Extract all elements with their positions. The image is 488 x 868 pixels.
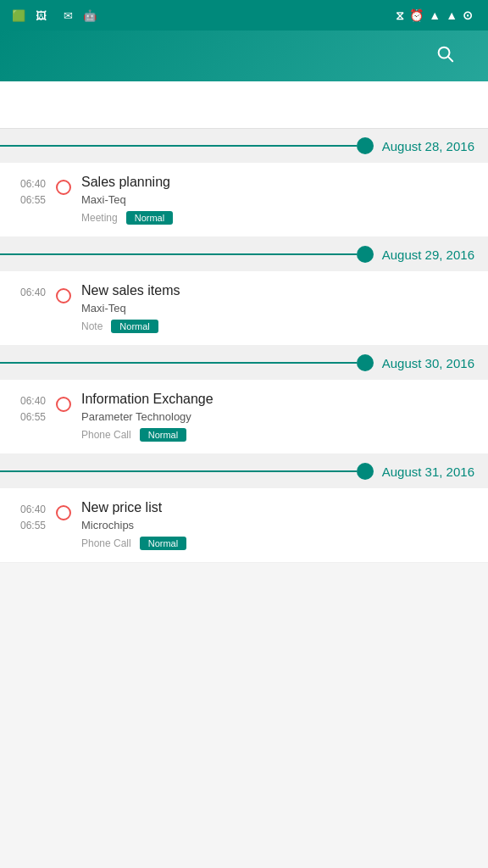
activity-meta: Phone Call Normal — [81, 537, 474, 550]
activity-type: Note — [81, 320, 103, 332]
activity-title: Sales planning — [81, 175, 474, 190]
section-header-aug30: August 30, 2016 — [0, 346, 488, 380]
time-start: 06:40 — [20, 393, 46, 409]
time-end: 06:55 — [20, 192, 46, 209]
section-date: August 29, 2016 — [382, 248, 474, 262]
activity-meta: Note Normal — [81, 320, 474, 333]
svg-line-1 — [448, 57, 452, 61]
app-icon-1: 🟩 — [10, 7, 27, 24]
activity-company: Maxi-Teq — [81, 302, 474, 314]
priority-badge: Normal — [140, 537, 186, 550]
activity-indicator — [56, 178, 71, 225]
timeline-line — [0, 362, 357, 364]
activity-type: Phone Call — [81, 537, 131, 549]
status-circle — [56, 288, 71, 303]
activity-meta: Meeting Normal — [81, 211, 474, 225]
section-date: August 28, 2016 — [382, 139, 474, 153]
section-header-aug28: August 28, 2016 — [0, 129, 488, 163]
activity-item[interactable]: 06:40 06:55 Information Exchange Paramet… — [0, 380, 488, 454]
activity-company: Microchips — [81, 519, 474, 531]
priority-badge: Normal — [140, 428, 186, 442]
activity-time: 06:40 — [14, 283, 46, 333]
app-icon-4: 🤖 — [81, 7, 98, 24]
activity-title: Information Exchange — [81, 392, 474, 407]
battery-icon: ⊙ — [463, 8, 473, 22]
activity-item[interactable]: 06:40 New sales items Maxi-Teq Note Norm… — [0, 271, 488, 346]
timeline-line — [0, 253, 357, 255]
activity-content: Sales planning Maxi-Teq Meeting Normal — [81, 175, 474, 225]
timeline-dot — [357, 463, 374, 480]
activity-content: New price list Microchips Phone Call Nor… — [81, 500, 474, 550]
app-bar — [0, 31, 488, 81]
activity-time: 06:40 06:55 — [14, 392, 46, 442]
timeline-line — [0, 145, 357, 147]
activity-time: 06:40 06:55 — [14, 175, 46, 225]
time-start: 06:40 — [20, 502, 46, 518]
activity-indicator — [56, 287, 71, 333]
activity-indicator — [56, 504, 71, 550]
app-icon-2: 🖼 — [32, 7, 49, 24]
status-bar: 🟩 🖼 ✉ 🤖 ⧖ ⏰ ▲ ▲ ⊙ — [0, 0, 488, 31]
activity-type: Phone Call — [81, 429, 131, 441]
activity-type: Meeting — [81, 212, 118, 224]
activity-indicator — [56, 395, 71, 442]
month-nav — [0, 81, 488, 129]
time-start: 06:40 — [20, 176, 46, 192]
section-date: August 31, 2016 — [382, 465, 474, 479]
status-circle — [56, 397, 71, 412]
priority-badge: Normal — [126, 211, 173, 225]
app-icon-3: ✉ — [59, 7, 76, 24]
next-month-button[interactable] — [458, 98, 471, 112]
vibrate-icon: ⧖ — [396, 8, 404, 23]
section-header-aug29: August 29, 2016 — [0, 237, 488, 271]
activity-item[interactable]: 06:40 06:55 Sales planning Maxi-Teq Meet… — [0, 163, 488, 237]
wifi-icon: ▲ — [429, 8, 441, 22]
activity-title: New price list — [81, 500, 474, 515]
app-bar-actions — [435, 44, 474, 68]
activity-content: Information Exchange Parameter Technolog… — [81, 392, 474, 442]
activity-content: New sales items Maxi-Teq Note Normal — [81, 283, 474, 333]
time-end: 06:55 — [20, 518, 46, 534]
timeline-dot — [357, 354, 374, 371]
activity-company: Maxi-Teq — [81, 193, 474, 206]
activity-company: Parameter Technology — [81, 410, 474, 423]
timeline-dot — [357, 137, 374, 154]
activity-meta: Phone Call Normal — [81, 428, 474, 442]
prev-month-button[interactable] — [17, 98, 30, 112]
section-header-aug31: August 31, 2016 — [0, 454, 488, 488]
status-circle — [56, 180, 71, 195]
time-end: 06:55 — [20, 409, 46, 426]
section-date: August 30, 2016 — [382, 356, 474, 370]
priority-badge: Normal — [111, 320, 158, 333]
activity-time: 06:40 06:55 — [14, 500, 46, 550]
timeline-line — [0, 470, 357, 472]
timeline-dot — [357, 246, 374, 263]
signal-icon: ▲ — [446, 8, 458, 22]
time-start: 06:40 — [20, 285, 46, 301]
status-left: 🟩 🖼 ✉ 🤖 — [10, 7, 98, 24]
search-button[interactable] — [435, 44, 454, 68]
status-right: ⧖ ⏰ ▲ ▲ ⊙ — [396, 8, 478, 23]
status-circle — [56, 505, 71, 520]
sections-container: August 28, 2016 06:40 06:55 Sales planni… — [0, 129, 488, 563]
activity-item[interactable]: 06:40 06:55 New price list Microchips Ph… — [0, 488, 488, 563]
activity-title: New sales items — [81, 283, 474, 298]
alarm-icon: ⏰ — [409, 8, 424, 22]
